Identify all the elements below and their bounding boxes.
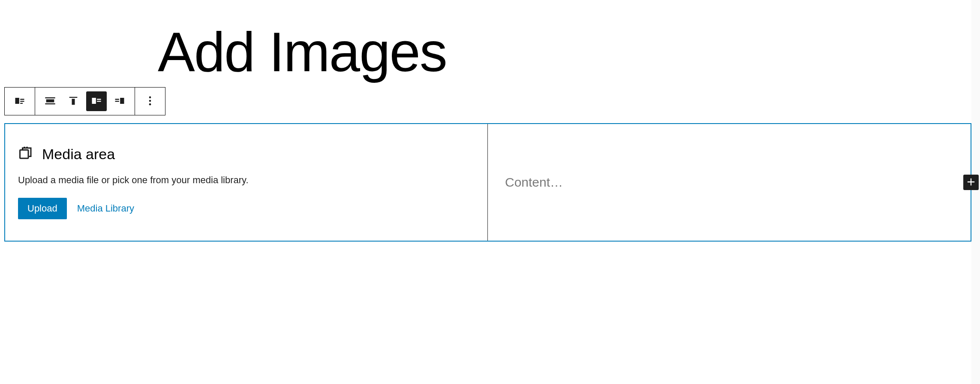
svg-point-1 [149,100,151,102]
align-wide-icon [44,95,56,108]
toolbar-group-alignment [35,88,135,115]
more-options-icon [144,95,156,108]
align-wide-button[interactable] [40,91,60,111]
align-top-icon [67,95,79,108]
media-area-description: Upload a media file or pick one from you… [18,175,475,186]
block-type-button[interactable] [9,91,30,111]
media-area-header: Media area [18,145,475,163]
media-text-block[interactable]: Media area Upload a media file or pick o… [4,123,971,242]
media-left-button[interactable] [86,91,107,111]
media-text-icon [14,95,26,108]
content-panel[interactable]: Content… [488,124,971,241]
toolbar-group-more [135,88,165,115]
media-area-actions: Upload Media Library [18,198,475,219]
add-block-button[interactable] [963,175,979,190]
media-area-icon [18,145,33,163]
content-placeholder: Content… [505,175,563,190]
svg-rect-3 [20,150,29,159]
block-toolbar [4,87,165,115]
svg-point-2 [149,103,151,105]
svg-point-0 [149,96,151,98]
page-title[interactable]: Add Images [158,21,976,83]
toolbar-group-block-type [5,88,35,115]
scrollbar-track[interactable] [971,0,980,246]
media-library-link[interactable]: Media Library [77,203,134,214]
media-right-icon [114,95,126,108]
vertical-align-top-button[interactable] [63,91,84,111]
more-options-button[interactable] [140,91,160,111]
upload-button[interactable]: Upload [18,198,67,219]
media-right-button[interactable] [109,91,130,111]
media-left-icon [90,95,102,108]
plus-icon [965,176,977,189]
media-area-panel: Media area Upload a media file or pick o… [5,124,488,241]
media-area-title: Media area [42,146,115,163]
